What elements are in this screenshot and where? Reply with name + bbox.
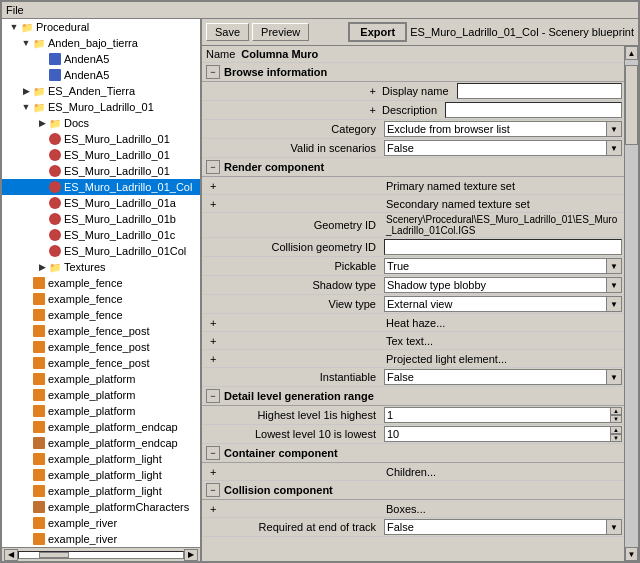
file-icon: [32, 500, 46, 514]
category-arrow[interactable]: ▼: [606, 121, 622, 137]
required-arrow[interactable]: ▼: [606, 519, 622, 535]
horizontal-scrollbar[interactable]: ◀ ▶: [2, 547, 200, 561]
lowest-spinbox-field[interactable]: 10: [384, 426, 610, 442]
tree-item-es-anden-tierra[interactable]: ▶ 📁 ES_Anden_Tierra: [2, 83, 200, 99]
tree-item-anden-a5-1[interactable]: AndenA5: [2, 51, 200, 67]
view-type-label: View type: [202, 296, 382, 312]
shadow-type-dropdown[interactable]: Shadow type blobby ▼: [384, 277, 622, 293]
leaf-icon: [20, 485, 32, 497]
tree-item-fence-1[interactable]: example_fence: [2, 275, 200, 291]
file-icon: [48, 148, 62, 162]
detail-toggle[interactable]: −: [206, 389, 220, 403]
required-field[interactable]: False: [384, 519, 606, 535]
collision-section-header[interactable]: − Collision component: [202, 481, 624, 500]
highest-spinbox-arrows[interactable]: ▲ ▼: [610, 407, 622, 423]
pickable-dropdown[interactable]: True ▼: [384, 258, 622, 274]
tree-item-river-1[interactable]: example_river: [2, 515, 200, 531]
tree-item-platformchars[interactable]: example_platformCharacters: [2, 499, 200, 515]
required-dropdown[interactable]: False ▼: [384, 519, 622, 535]
valid-scenarios-arrow[interactable]: ▼: [606, 140, 622, 156]
vertical-scrollbar[interactable]: ▲ ▼: [624, 46, 638, 561]
lowest-spinbox-arrows[interactable]: ▲ ▼: [610, 426, 622, 442]
pickable-arrow[interactable]: ▼: [606, 258, 622, 274]
category-dropdown[interactable]: Exclude from browser list ▼: [384, 121, 622, 137]
tree-item-es-muro-01a[interactable]: ES_Muro_Ladrillo_01a: [2, 195, 200, 211]
tree-item-platform-light-3[interactable]: example_platform_light: [2, 483, 200, 499]
highest-spinbox-field[interactable]: 1: [384, 407, 610, 423]
tree-item-platform-light-1[interactable]: example_platform_light: [2, 451, 200, 467]
scroll-thumb[interactable]: [39, 552, 69, 558]
tree-item-river-2[interactable]: example_river: [2, 531, 200, 547]
instantiable-dropdown[interactable]: False ▼: [384, 369, 622, 385]
tree-item-es-muro-c[interactable]: ES_Muro_Ladrillo_01: [2, 163, 200, 179]
tree-item-es-muro-a[interactable]: ES_Muro_Ladrillo_01: [2, 131, 200, 147]
tree-root[interactable]: ▼ 📁 Procedural: [2, 19, 200, 35]
tree-item-es-muro-folder[interactable]: ▼ 📁 ES_Muro_Ladrillo_01: [2, 99, 200, 115]
tree-item-fence-2[interactable]: example_fence: [2, 291, 200, 307]
lowest-down-arrow[interactable]: ▼: [610, 434, 622, 442]
tree-item-fence-3[interactable]: example_fence: [2, 307, 200, 323]
tree-item-anden-bajo[interactable]: ▼ 📁 Anden_bajo_tierra: [2, 35, 200, 51]
tree-item-platform-endcap-2[interactable]: example_platform_endcap: [2, 435, 200, 451]
category-field[interactable]: Exclude from browser list: [384, 121, 606, 137]
tree-item-docs[interactable]: ▶ 📁 Docs: [2, 115, 200, 131]
scroll-track[interactable]: [18, 551, 184, 559]
browse-toggle[interactable]: −: [206, 65, 220, 79]
instantiable-arrow[interactable]: ▼: [606, 369, 622, 385]
scroll-track[interactable]: [625, 60, 638, 547]
collision-geometry-input[interactable]: [384, 239, 622, 255]
highest-up-arrow[interactable]: ▲: [610, 407, 622, 415]
tree-item-es-muro-b[interactable]: ES_Muro_Ladrillo_01: [2, 147, 200, 163]
scroll-down-arrow[interactable]: ▼: [625, 547, 638, 561]
lowest-up-arrow[interactable]: ▲: [610, 426, 622, 434]
expand-icon: ▼: [20, 37, 32, 49]
tree-item-platform-light-2[interactable]: example_platform_light: [2, 467, 200, 483]
collision-geometry-label: Collision geometry ID: [202, 239, 382, 255]
scroll-left-arrow[interactable]: ◀: [4, 549, 18, 561]
highest-down-arrow[interactable]: ▼: [610, 415, 622, 423]
lowest-spinbox[interactable]: 10 ▲ ▼: [384, 426, 622, 442]
tree-item-fence-post-2[interactable]: example_fence_post: [2, 339, 200, 355]
scroll-thumb[interactable]: [625, 65, 638, 145]
tree-item-platform-3[interactable]: example_platform: [2, 403, 200, 419]
tree-item-es-muro-01b[interactable]: ES_Muro_Ladrillo_01b: [2, 211, 200, 227]
view-type-arrow[interactable]: ▼: [606, 296, 622, 312]
tree-container[interactable]: ▼ 📁 Procedural ▼ 📁 Anden_bajo_tierra And…: [2, 19, 200, 547]
export-button[interactable]: Export: [348, 22, 407, 42]
container-toggle[interactable]: −: [206, 446, 220, 460]
tree-item-es-muro-01col[interactable]: ES_Muro_Ladrillo_01Col: [2, 243, 200, 259]
save-button[interactable]: Save: [206, 23, 249, 41]
file-menu[interactable]: File: [6, 4, 24, 16]
render-section-header[interactable]: − Render component: [202, 158, 624, 177]
tree-item-textures[interactable]: ▶ 📁 Textures: [2, 259, 200, 275]
valid-scenarios-dropdown[interactable]: False ▼: [384, 140, 622, 156]
tree-item-platform-2[interactable]: example_platform: [2, 387, 200, 403]
shadow-type-arrow[interactable]: ▼: [606, 277, 622, 293]
leaf-icon: [20, 405, 32, 417]
tree-item-fence-post-3[interactable]: example_fence_post: [2, 355, 200, 371]
detail-section-title: Detail level generation range: [224, 390, 374, 402]
tree-item-platform-1[interactable]: example_platform: [2, 371, 200, 387]
shadow-type-field[interactable]: Shadow type blobby: [384, 277, 606, 293]
view-type-field[interactable]: External view: [384, 296, 606, 312]
tree-item-es-muro-col-selected[interactable]: ES_Muro_Ladrillo_01_Col: [2, 179, 200, 195]
tree-item-es-muro-01c[interactable]: ES_Muro_Ladrillo_01c: [2, 227, 200, 243]
display-name-input[interactable]: [457, 83, 622, 99]
pickable-field[interactable]: True: [384, 258, 606, 274]
instantiable-field[interactable]: False: [384, 369, 606, 385]
tree-item-platform-endcap-1[interactable]: example_platform_endcap: [2, 419, 200, 435]
container-section-header[interactable]: − Container component: [202, 444, 624, 463]
browse-section-header[interactable]: − Browse information: [202, 63, 624, 82]
detail-section-header[interactable]: − Detail level generation range: [202, 387, 624, 406]
preview-button[interactable]: Preview: [252, 23, 309, 41]
render-toggle[interactable]: −: [206, 160, 220, 174]
collision-toggle[interactable]: −: [206, 483, 220, 497]
tree-item-anden-a5-2[interactable]: AndenA5: [2, 67, 200, 83]
scroll-up-arrow[interactable]: ▲: [625, 46, 638, 60]
valid-scenarios-field[interactable]: False: [384, 140, 606, 156]
tree-item-fence-post-1[interactable]: example_fence_post: [2, 323, 200, 339]
scroll-right-arrow[interactable]: ▶: [184, 549, 198, 561]
view-type-dropdown[interactable]: External view ▼: [384, 296, 622, 312]
highest-spinbox[interactable]: 1 ▲ ▼: [384, 407, 622, 423]
description-input[interactable]: [445, 102, 622, 118]
